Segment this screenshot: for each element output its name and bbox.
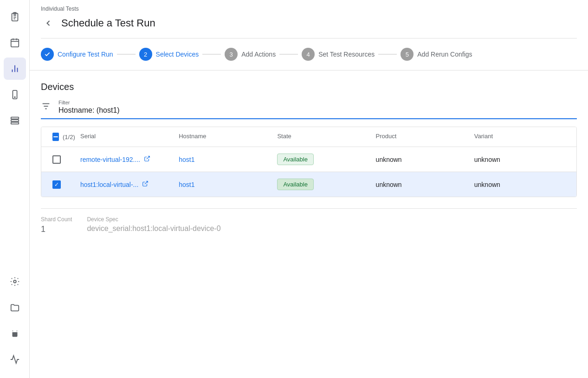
step-1-circle	[41, 48, 54, 61]
svg-line-22	[145, 181, 148, 184]
sidebar-item-monitor[interactable]	[4, 348, 26, 371]
row2-state-badge: Available	[277, 179, 314, 190]
step-4-label: Set Test Resources	[318, 51, 375, 58]
step-connector-4	[378, 54, 397, 55]
devices-title: Devices	[41, 82, 577, 92]
step-3[interactable]: 3 Add Actions	[225, 48, 276, 61]
row2-serial[interactable]: host1:local-virtual-...	[77, 174, 175, 195]
row-count: (1/2)	[63, 134, 75, 141]
step-2-label: Select Devices	[156, 51, 199, 58]
filter-content: Filter Hostname: (host1)	[58, 100, 577, 115]
row1-state: Available	[273, 147, 372, 172]
table-header-product: Product	[372, 127, 471, 147]
sidebar-item-calendar[interactable]	[4, 32, 26, 54]
title-row: Schedule a Test Run	[41, 16, 577, 38]
table-header-serial: Serial	[77, 127, 175, 147]
shard-count-value: 1	[41, 224, 72, 234]
main-content: Individual Tests Schedule a Test Run Con…	[30, 0, 588, 378]
shard-count-label: Shard Count	[41, 216, 72, 223]
table-header-select[interactable]: (1/2)	[49, 127, 77, 147]
step-2[interactable]: 2 Select Devices	[139, 48, 199, 61]
table-row[interactable]: remote-virtual-192.... host1 Available u…	[41, 147, 576, 172]
step-5-label: Add Rerun Configs	[417, 51, 472, 58]
select-all-checkbox[interactable]	[52, 133, 59, 141]
sidebar-item-clipboard[interactable]	[4, 6, 26, 28]
step-4[interactable]: 4 Set Test Resources	[302, 48, 375, 61]
sidebar-item-server[interactable]	[4, 109, 26, 132]
row2-external-link-icon[interactable]	[142, 180, 149, 188]
sidebar-item-phone[interactable]	[4, 83, 26, 106]
step-connector-1	[117, 54, 136, 55]
step-5-circle: 5	[401, 48, 414, 61]
row2-hostname[interactable]: host1	[175, 174, 273, 195]
filter-icon[interactable]	[41, 101, 51, 114]
row2-product: unknown	[372, 174, 471, 195]
table-header-state: State	[273, 127, 372, 147]
bottom-area: Shard Count 1 Device Spec device_serial:…	[41, 208, 577, 242]
row1-checkbox[interactable]	[52, 155, 61, 164]
step-1-label: Configure Test Run	[58, 51, 113, 58]
filter-value[interactable]: Hostname: (host1)	[58, 106, 577, 115]
row2-state: Available	[273, 172, 372, 197]
row2-checkbox-cell[interactable]: ✓	[49, 174, 77, 195]
svg-rect-15	[11, 120, 19, 122]
table-header-hostname: Hostname	[175, 127, 273, 147]
table-header: (1/2) Serial Hostname State Product Vari…	[41, 127, 576, 147]
row1-variant: unknown	[471, 149, 569, 170]
devices-table: (1/2) Serial Hostname State Product Vari…	[41, 127, 577, 197]
device-spec-field: Device Spec device_serial:host1:local-vi…	[87, 216, 577, 234]
step-1[interactable]: Configure Test Run	[41, 48, 113, 61]
table-header-variant: Variant	[471, 127, 569, 147]
row1-checkbox-cell[interactable]	[49, 149, 77, 170]
sidebar-item-folder[interactable]	[4, 296, 26, 319]
row1-state-badge: Available	[277, 154, 314, 165]
svg-line-21	[147, 156, 149, 159]
svg-rect-14	[11, 117, 19, 119]
back-button[interactable]	[41, 16, 56, 31]
svg-point-13	[14, 97, 15, 98]
breadcrumb: Individual Tests	[41, 6, 577, 12]
sidebar-item-settings[interactable]	[4, 270, 26, 293]
step-4-circle: 4	[302, 48, 315, 61]
sidebar-item-chart[interactable]	[4, 58, 26, 80]
step-3-circle: 3	[225, 48, 238, 61]
row1-hostname[interactable]: host1	[175, 149, 273, 170]
step-3-label: Add Actions	[241, 51, 276, 58]
table-row[interactable]: ✓ host1:local-virtual-... host1 Availabl…	[41, 172, 576, 197]
content-area: Devices Filter Hostname: (host1)	[30, 70, 588, 378]
sidebar-item-android[interactable]	[4, 322, 26, 345]
shard-count-field: Shard Count 1	[41, 216, 72, 234]
row1-external-link-icon[interactable]	[144, 155, 150, 163]
row2-variant: unknown	[471, 174, 569, 195]
row1-product: unknown	[372, 149, 471, 170]
svg-rect-16	[11, 122, 19, 124]
stepper: Configure Test Run 2 Select Devices 3 Ad…	[30, 38, 588, 70]
row1-serial[interactable]: remote-virtual-192....	[77, 149, 175, 170]
step-5[interactable]: 5 Add Rerun Configs	[401, 48, 472, 61]
step-connector-3	[279, 54, 298, 55]
header: Individual Tests Schedule a Test Run	[30, 0, 588, 38]
device-spec-value: device_serial:host1:local-virtual-device…	[87, 224, 577, 233]
page-title: Schedule a Test Run	[61, 17, 155, 29]
filter-area: Filter Hostname: (host1)	[41, 100, 577, 119]
sidebar	[0, 0, 30, 378]
row2-checkbox[interactable]: ✓	[52, 180, 61, 189]
device-spec-label: Device Spec	[87, 216, 577, 223]
svg-rect-5	[11, 39, 19, 47]
step-2-circle: 2	[139, 48, 152, 61]
step-connector-2	[202, 54, 221, 55]
svg-point-17	[13, 280, 16, 283]
filter-label: Filter	[58, 100, 577, 105]
